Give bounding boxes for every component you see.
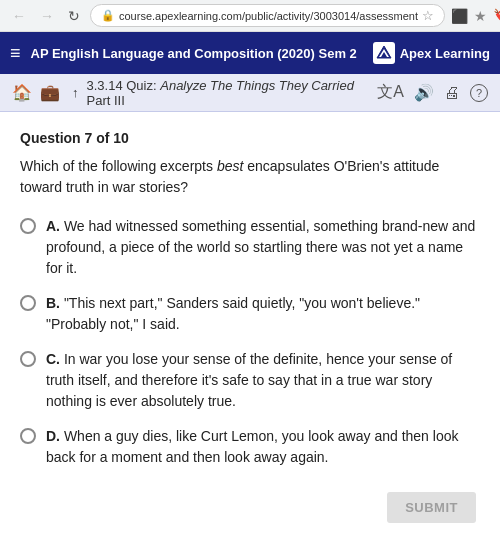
option-a-content: A. We had witnessed something essential,… [46, 216, 480, 279]
refresh-button[interactable]: ↻ [64, 6, 84, 26]
option-d[interactable]: D. When a guy dies, like Curt Lemon, you… [20, 426, 480, 468]
quiz-title: Analyze The Things They Carried [160, 78, 354, 93]
home-icon[interactable]: 🏠 [12, 83, 32, 102]
course-title: AP English Language and Composition (202… [31, 46, 363, 61]
browser-bar: ← → ↻ 🔒 course.apexlearning.com/public/a… [0, 0, 500, 32]
radio-a[interactable] [20, 218, 36, 234]
option-a-letter: A. [46, 218, 64, 234]
ext-icon-2: ★ [474, 8, 487, 24]
radio-d[interactable] [20, 428, 36, 444]
main-content: Question 7 of 10 Which of the following … [0, 112, 500, 533]
briefcase-icon[interactable]: 💼 [40, 83, 60, 102]
question-label: Question 7 of 10 [20, 130, 480, 146]
quiz-breadcrumb: 3.3.14 Quiz: Analyze The Things They Car… [87, 78, 370, 108]
option-c-content: C. In war you lose your sense of the def… [46, 349, 480, 412]
address-bar[interactable]: 🔒 course.apexlearning.com/public/activit… [90, 4, 445, 27]
sub-nav-actions: 文A 🔊 🖨 ? [377, 82, 488, 103]
print-icon[interactable]: 🖨 [444, 84, 460, 102]
option-a[interactable]: A. We had witnessed something essential,… [20, 216, 480, 279]
quiz-label: 3.3.14 Quiz: [87, 78, 157, 93]
hamburger-menu[interactable]: ≡ [10, 43, 21, 64]
breadcrumb-arrow: ↑ [72, 85, 79, 100]
forward-button[interactable]: → [36, 6, 58, 26]
option-c-text: In war you lose your sense of the defini… [46, 351, 452, 409]
url-text: course.apexlearning.com/public/activity/… [119, 10, 418, 22]
option-a-text: We had witnessed something essential, so… [46, 218, 475, 276]
option-b[interactable]: B. "This next part," Sanders said quietl… [20, 293, 480, 335]
apex-label: Apex Learning [400, 46, 490, 61]
bookmark-icon[interactable]: ☆ [422, 8, 434, 23]
option-c-letter: C. [46, 351, 64, 367]
option-b-content: B. "This next part," Sanders said quietl… [46, 293, 480, 335]
radio-b[interactable] [20, 295, 36, 311]
submit-button[interactable]: SUBMIT [387, 492, 476, 523]
option-c[interactable]: C. In war you lose your sense of the def… [20, 349, 480, 412]
apex-logo: Apex Learning [373, 42, 490, 64]
option-b-text: "This next part," Sanders said quietly, … [46, 295, 420, 332]
option-d-text: When a guy dies, like Curt Lemon, you lo… [46, 428, 458, 465]
quiz-part: Part III [87, 93, 125, 108]
apex-logo-image [373, 42, 395, 64]
sub-nav: 🏠 💼 ↑ 3.3.14 Quiz: Analyze The Things Th… [0, 74, 500, 112]
ext-icon-1: ⬛ [451, 8, 468, 24]
option-d-content: D. When a guy dies, like Curt Lemon, you… [46, 426, 480, 468]
back-button[interactable]: ← [8, 6, 30, 26]
option-d-letter: D. [46, 428, 64, 444]
question-text: Which of the following excerpts best enc… [20, 156, 480, 198]
question-emphasis: best [217, 158, 243, 174]
submit-row: SUBMIT [20, 492, 480, 523]
top-nav: ≡ AP English Language and Composition (2… [0, 32, 500, 74]
options-list: A. We had witnessed something essential,… [20, 216, 480, 468]
ext-icon-3: 🔖 [493, 8, 500, 24]
help-icon[interactable]: ? [470, 84, 488, 102]
translate-icon[interactable]: 文A [377, 82, 404, 103]
audio-icon[interactable]: 🔊 [414, 83, 434, 102]
option-b-letter: B. [46, 295, 64, 311]
radio-c[interactable] [20, 351, 36, 367]
